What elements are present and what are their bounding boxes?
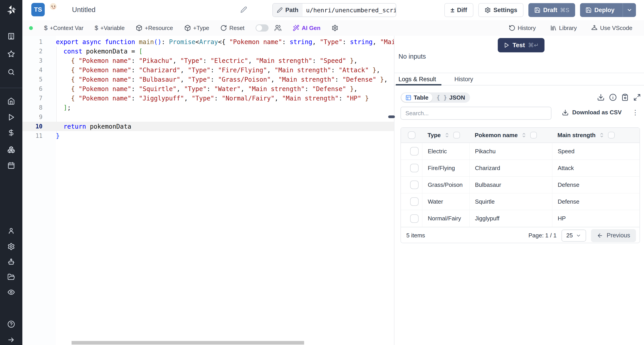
- column-header-type[interactable]: Type: [428, 132, 441, 139]
- table-row[interactable]: WaterSquirtleDefense: [401, 193, 640, 210]
- sidebar-item-folders[interactable]: [0, 270, 22, 284]
- code-line-text: { "Pokemon name": "Pikachu", "Type": "El…: [56, 57, 358, 65]
- windmill-logo[interactable]: [0, 2, 22, 18]
- download-csv-button[interactable]: Download as CSV: [562, 109, 622, 116]
- typescript-badge: TS: [31, 3, 45, 16]
- column-filter-checkbox[interactable]: [453, 132, 460, 139]
- add-type-button[interactable]: +Type: [184, 25, 209, 32]
- line-number: 2: [22, 48, 56, 55]
- boxes-icon: [8, 146, 15, 153]
- sort-icon[interactable]: [521, 132, 527, 138]
- previous-page-button[interactable]: Previous: [591, 229, 636, 242]
- sidebar-item-home[interactable]: [0, 94, 22, 108]
- settings-button[interactable]: Settings: [478, 3, 524, 17]
- table-row[interactable]: Normal/FairyJigglypuffHP: [401, 210, 640, 227]
- row-checkbox[interactable]: [410, 214, 418, 223]
- code-line[interactable]: 9: [22, 112, 394, 122]
- test-button[interactable]: Test ⌘↵: [498, 38, 544, 52]
- library-button[interactable]: Library: [550, 25, 577, 32]
- package-icon: [136, 25, 142, 31]
- path-field[interactable]: Path u/henri/unencumbered_script: [272, 3, 396, 17]
- draft-button[interactable]: Draft ⌘S: [528, 3, 575, 17]
- sidebar-item-workspace[interactable]: [0, 30, 22, 43]
- code-line[interactable]: 7 { "Pokemon name": "Jigglypuff", "Type"…: [22, 94, 394, 103]
- sidebar-item-expand[interactable]: [0, 333, 22, 345]
- line-number: 3: [22, 57, 56, 64]
- row-checkbox[interactable]: [410, 181, 418, 189]
- refresh-icon: [220, 25, 227, 31]
- library-icon: [550, 25, 557, 31]
- editor-settings-button[interactable]: [332, 25, 338, 31]
- code-line[interactable]: 6 { "Pokemon name": "Squirtle", "Type": …: [22, 84, 394, 94]
- code-line[interactable]: 1export async function main(): Promise<A…: [22, 37, 394, 47]
- sort-icon[interactable]: [444, 132, 450, 138]
- code-editor[interactable]: 1export async function main(): Promise<A…: [22, 36, 394, 345]
- result-search-input[interactable]: [400, 107, 552, 120]
- sidebar-item-help[interactable]: [0, 317, 22, 331]
- sidebar-item-runs[interactable]: [0, 111, 22, 124]
- sidebar-item-settings[interactable]: [0, 240, 22, 253]
- edit-summary-icon[interactable]: [240, 6, 247, 13]
- sort-icon[interactable]: [598, 132, 605, 138]
- multiplayer-users-button[interactable]: [274, 24, 282, 32]
- tab-logs-result[interactable]: Logs & Result: [398, 76, 436, 83]
- info-icon[interactable]: [609, 94, 617, 101]
- sidebar-item-favorites[interactable]: [0, 47, 22, 61]
- code-line[interactable]: 10 return pokemonData: [22, 122, 394, 131]
- select-all-checkbox[interactable]: [408, 131, 416, 139]
- table-row[interactable]: Fire/FlyingCharizardAttack: [401, 160, 640, 177]
- expand-icon[interactable]: [633, 94, 641, 101]
- line-number: 7: [22, 95, 56, 102]
- editor-horizontal-scrollbar[interactable]: [72, 341, 304, 344]
- code-line[interactable]: 11}: [22, 131, 394, 141]
- tab-history[interactable]: History: [454, 76, 473, 83]
- sidebar-item-audit[interactable]: [0, 285, 22, 299]
- pane-drag-handle[interactable]: [388, 115, 395, 118]
- table-cell: Water: [422, 193, 469, 210]
- view-table-button[interactable]: Table: [402, 93, 432, 102]
- sidebar-item-workers[interactable]: [0, 255, 22, 268]
- ai-gen-button[interactable]: AI Gen: [293, 25, 320, 32]
- use-vscode-button[interactable]: Use VScode: [591, 25, 632, 32]
- code-line[interactable]: 2 const pokemonData = [: [22, 47, 394, 56]
- column-filter-checkbox[interactable]: [608, 132, 615, 139]
- view-json-button[interactable]: { } JSON: [432, 93, 469, 102]
- add-resource-button[interactable]: +Resource: [136, 25, 173, 32]
- column-header-pokemon-name[interactable]: Pokemon name: [475, 132, 518, 139]
- sidebar-item-variables[interactable]: [0, 126, 22, 139]
- code-line[interactable]: 3 { "Pokemon name": "Pikachu", "Type": "…: [22, 56, 394, 65]
- kebab-menu[interactable]: ⋮: [632, 109, 639, 116]
- deploy-button[interactable]: Deploy: [580, 3, 636, 17]
- reset-label: Reset: [229, 25, 244, 32]
- code-line-text: { "Pokemon name": "Bulbasaur", "Type": "…: [56, 76, 388, 83]
- code-line-text: const pokemonData = [: [56, 48, 143, 55]
- add-variable-button[interactable]: $ +Variable: [94, 24, 124, 32]
- table-row[interactable]: ElectricPikachuSpeed: [401, 143, 640, 160]
- draft-shortcut: ⌘S: [560, 7, 569, 14]
- sidebar-item-resources[interactable]: [0, 143, 22, 156]
- diff-button[interactable]: ± Diff: [444, 3, 473, 17]
- column-filter-checkbox[interactable]: [530, 132, 537, 139]
- code-line[interactable]: 8 ];: [22, 103, 394, 112]
- row-checkbox[interactable]: [410, 164, 418, 172]
- sidebar-item-search[interactable]: [0, 65, 22, 79]
- history-button[interactable]: History: [509, 25, 536, 32]
- reset-button[interactable]: Reset: [220, 25, 244, 32]
- download-icon[interactable]: [597, 94, 605, 101]
- page-size-select[interactable]: 25: [562, 230, 586, 242]
- add-context-var-button[interactable]: $ +Context Var: [44, 24, 84, 32]
- row-checkbox[interactable]: [410, 147, 418, 156]
- sidebar-item-schedules[interactable]: [0, 159, 22, 172]
- copy-result-icon[interactable]: [621, 94, 629, 101]
- column-header-main-strength[interactable]: Main strength: [558, 132, 596, 139]
- sidebar-item-users[interactable]: [0, 224, 22, 238]
- code-line[interactable]: 5 { "Pokemon name": "Bulbasaur", "Type":…: [22, 75, 394, 84]
- dollar-icon: [8, 129, 15, 137]
- table-row[interactable]: Grass/PoisonBulbasaurDefense: [401, 177, 640, 193]
- deploy-dropdown-button[interactable]: [622, 3, 636, 17]
- test-shortcut: ⌘↵: [528, 42, 539, 49]
- row-checkbox[interactable]: [410, 197, 418, 206]
- code-line[interactable]: 4 { "Pokemon name": "Charizard", "Type":…: [22, 65, 394, 75]
- sidebar-divider: [0, 88, 22, 88]
- multiplayer-toggle[interactable]: [256, 24, 268, 32]
